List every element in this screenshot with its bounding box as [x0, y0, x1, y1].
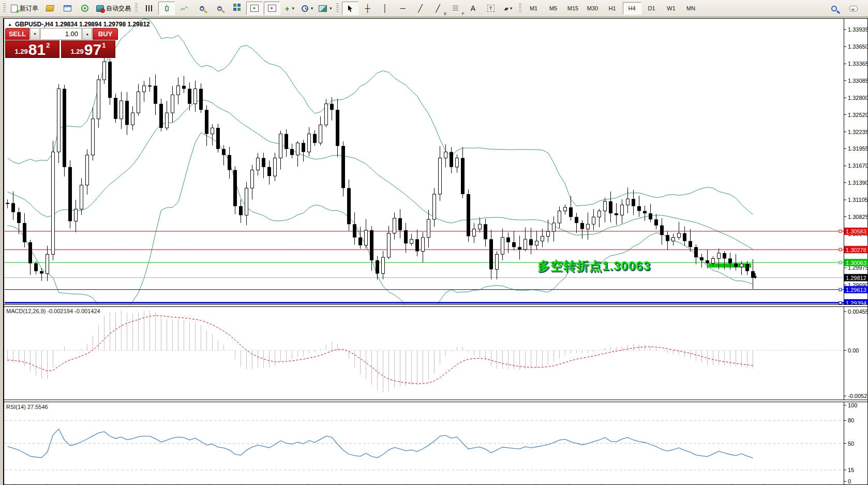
- cursor-button[interactable]: [342, 2, 358, 15]
- main-chart-layers: 1.339351.336501.333651.330851.328001.325…: [5, 19, 868, 304]
- bollinger-middle-band: [8, 100, 753, 249]
- signals-button[interactable]: [77, 2, 93, 15]
- horizontal-line-button[interactable]: ─: [395, 2, 411, 15]
- chevron-down-icon: ▾: [510, 6, 513, 11]
- channel-letter: E: [444, 11, 446, 16]
- macd-layers: 0.0045510.00-0.005295: [5, 307, 868, 401]
- chart-shift-button[interactable]: ▸: [264, 2, 280, 15]
- bar-chart-button[interactable]: [141, 2, 157, 15]
- arrows-button[interactable]: ▴▾ ▾: [500, 2, 517, 15]
- chart-shift-icon: ▸: [268, 5, 276, 12]
- add-indicator-icon: +: [285, 5, 290, 12]
- chevron-down-icon: ▾: [292, 6, 295, 11]
- sell-price-prefix: 1.29: [15, 48, 28, 55]
- rsi-line: [8, 429, 753, 458]
- profiles-button[interactable]: [41, 2, 58, 15]
- zoom-in-button[interactable]: +: [193, 2, 210, 15]
- periods-button[interactable]: ▾: [299, 2, 316, 15]
- sell-price-sup: 2: [46, 41, 50, 49]
- channel-button[interactable]: ╱ E: [430, 2, 446, 15]
- svg-text:0.00: 0.00: [848, 347, 859, 354]
- text-button[interactable]: A: [465, 2, 482, 15]
- sell-button[interactable]: SELL: [5, 28, 29, 40]
- svg-text:1.32235: 1.32235: [848, 129, 868, 135]
- search-icon: [831, 6, 837, 11]
- trendline-icon: ╱: [418, 5, 422, 12]
- svg-text:0.004551: 0.004551: [848, 308, 868, 315]
- svg-text:1.30278: 1.30278: [846, 247, 866, 253]
- search-button[interactable]: [826, 2, 842, 15]
- clock-icon: [302, 5, 308, 12]
- timeframe-d1-button[interactable]: D1: [642, 2, 661, 14]
- buy-price-prefix: 1.29: [71, 48, 84, 55]
- line-chart-button[interactable]: [176, 2, 192, 15]
- volume-decrease-button[interactable]: ▾: [30, 28, 40, 40]
- text-label-icon: T: [487, 5, 495, 12]
- buy-price-big: 97: [84, 42, 101, 57]
- toolbar-grip[interactable]: [3, 3, 6, 13]
- tile-windows-button[interactable]: [229, 2, 245, 15]
- svg-text:1.29613: 1.29613: [846, 287, 866, 293]
- vertical-line-button[interactable]: │: [377, 2, 394, 15]
- crosshair-button[interactable]: ┼: [360, 2, 376, 15]
- level-marker: [839, 302, 842, 304]
- collapse-triangle-icon[interactable]: ▲: [8, 22, 12, 27]
- one-click-trading-panel: SELL ▾ ▴ BUY 1.29 81 2 1.29 97 1: [5, 28, 118, 58]
- sell-price-button[interactable]: 1.29 81 2: [5, 40, 59, 58]
- toolbar-grip[interactable]: [519, 3, 521, 13]
- timeframe-w1-button[interactable]: W1: [662, 2, 681, 14]
- signals-icon: [81, 5, 88, 12]
- main-price-chart[interactable]: 1.339351.336501.333651.330851.328001.325…: [4, 19, 868, 304]
- fibonacci-button[interactable]: F: [447, 2, 464, 15]
- zoom-out-button[interactable]: −: [211, 2, 228, 15]
- svg-text:1.29394: 1.29394: [846, 300, 866, 304]
- chevron-down-icon: ▾: [330, 6, 332, 11]
- chat-button[interactable]: [845, 2, 862, 15]
- indicators-button[interactable]: + ▾: [281, 2, 298, 15]
- tile-windows-icon: [233, 4, 236, 7]
- sell-price-big: 81: [28, 42, 46, 57]
- toolbar-grip[interactable]: [135, 3, 138, 13]
- annotation-text[interactable]: 多空转折点1.30063: [537, 258, 651, 274]
- timeframe-h4-button[interactable]: H4: [623, 2, 641, 14]
- macd-label: MACD(12,26,9) -0.002194 -0.001424: [6, 308, 100, 314]
- svg-text:1.29812: 1.29812: [846, 275, 866, 281]
- buy-button[interactable]: BUY: [93, 28, 118, 40]
- line-chart-icon: [181, 6, 188, 11]
- vertical-line-icon: │: [383, 5, 387, 12]
- volume-input[interactable]: [40, 28, 82, 40]
- terminal-button[interactable]: [59, 2, 76, 15]
- svg-text:15: 15: [848, 467, 854, 473]
- auto-scroll-icon: ▸: [250, 5, 259, 12]
- new-order-button[interactable]: 新订单: [9, 2, 40, 15]
- crosshair-icon: ┼: [365, 5, 370, 12]
- svg-text:1.33365: 1.33365: [848, 61, 868, 67]
- level-marker: [839, 261, 842, 264]
- volume-increase-button[interactable]: ▴: [82, 28, 92, 40]
- main-toolbar: 新订单 自动交易 + − ▸ ▸ + ▾ ▾: [0, 0, 868, 17]
- timeframe-h1-button[interactable]: H1: [603, 2, 622, 14]
- svg-text:0: 0: [848, 478, 851, 484]
- trendline-button[interactable]: ╱: [412, 2, 429, 15]
- chart-window: 1.339351.336501.333651.330851.328001.325…: [3, 18, 868, 485]
- macd-histogram: [8, 310, 753, 392]
- svg-text:50: 50: [848, 440, 854, 447]
- timeframe-m15-button[interactable]: M15: [564, 2, 582, 14]
- new-order-label: 新订单: [20, 4, 38, 13]
- timeframe-mn-button[interactable]: MN: [682, 2, 700, 14]
- zoom-out-icon: −: [217, 6, 222, 11]
- timeframe-m5-button[interactable]: M5: [544, 2, 563, 14]
- timeframe-m1-button[interactable]: M1: [525, 2, 543, 14]
- fibonacci-letter: F: [462, 11, 465, 16]
- macd-indicator-pane[interactable]: 0.0045510.00-0.005295: [4, 307, 868, 401]
- timeframe-m30-button[interactable]: M30: [583, 2, 602, 14]
- autotrading-button[interactable]: 自动交易: [94, 2, 133, 15]
- candlestick-icon: [164, 5, 169, 12]
- buy-price-button[interactable]: 1.29 97 1: [61, 40, 115, 58]
- auto-scroll-button[interactable]: ▸: [246, 2, 263, 15]
- toolbar-grip[interactable]: [336, 3, 339, 13]
- rsi-indicator-pane[interactable]: 1008050150: [4, 402, 868, 485]
- candlestick-chart-button[interactable]: [158, 2, 175, 15]
- templates-button[interactable]: ▾: [317, 2, 334, 15]
- text-label-button[interactable]: T: [483, 2, 499, 15]
